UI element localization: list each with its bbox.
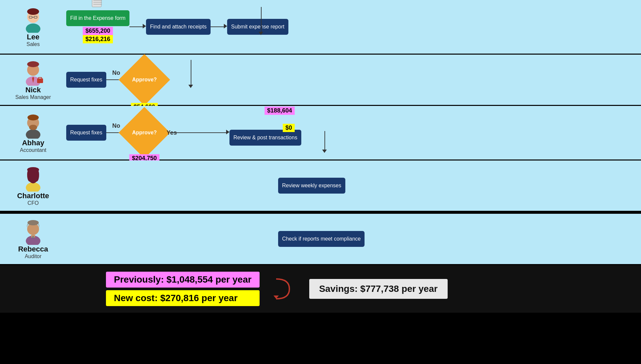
new-cost-label: New cost: $270,816 per year xyxy=(106,290,260,306)
summary-bar: Previously: $1,048,554 per year New cost… xyxy=(0,265,641,313)
review-weekly-box: Review weekly expenses xyxy=(278,178,345,194)
summary-costs: Previously: $1,048,554 per year New cost… xyxy=(106,272,260,306)
review-post-box: Review & post transactions xyxy=(229,130,301,146)
persona-nick: Nick Sales Manager xyxy=(7,59,60,100)
fill-expense-box: Fill in the Expense form xyxy=(66,10,129,26)
persona-abhay: Abhay Accountant xyxy=(7,112,60,153)
persona-lee: Lee Sales xyxy=(7,6,60,47)
lane-nick: Nick Sales Manager Request fixes No xyxy=(0,55,641,106)
svg-point-16 xyxy=(27,61,39,67)
review-post-cost-pink: $188,604 xyxy=(265,107,295,115)
v-line-nick-to-abhay xyxy=(191,60,191,86)
lane-rebecca: Rebecca Auditor Check if reports meet co… xyxy=(0,214,641,265)
avatar-rebecca xyxy=(20,218,46,245)
find-receipts-box: Find and attach receipts xyxy=(146,19,211,35)
request-fixes-abhay-box: Request fixes xyxy=(66,125,106,141)
avatar-nick xyxy=(20,59,46,86)
svg-rect-7 xyxy=(92,0,101,7)
lane-abhay: Abhay Accountant Request fixes No xyxy=(0,106,641,160)
no-label-abhay: No xyxy=(112,122,120,129)
yes-label-abhay: Yes xyxy=(167,129,177,136)
lane-lee: Lee Sales Fill in the Expense xyxy=(0,0,641,55)
submit-report-box: Submit expense report xyxy=(227,19,288,35)
no-label-nick: No xyxy=(112,69,120,76)
diamond-nick: Approve? $54,600 xyxy=(126,62,163,98)
persona-rebecca: Rebecca Auditor xyxy=(7,218,60,259)
savings-label: Savings: $777,738 per year xyxy=(309,279,448,299)
avatar-charlotte xyxy=(20,165,46,192)
doc-icon xyxy=(91,0,105,12)
savings-arrow xyxy=(273,276,293,302)
svg-point-22 xyxy=(29,125,37,130)
svg-point-3 xyxy=(27,8,39,15)
previously-label: Previously: $1,048,554 per year xyxy=(106,272,260,288)
review-post-cost-yellow: $0 xyxy=(283,124,295,132)
avatar-abhay xyxy=(20,112,46,139)
arrow-fill-to-receipts xyxy=(129,24,146,30)
arrow-down-to-nick xyxy=(259,32,263,35)
v-line-lee-to-nick xyxy=(261,7,262,33)
avatar-lee xyxy=(20,6,46,33)
fill-expense-cost-yellow: $216,216 xyxy=(83,35,113,43)
svg-point-31 xyxy=(27,220,39,225)
svg-point-23 xyxy=(27,114,39,120)
lane-charlotte: Charlotte CFO Review weekly expenses xyxy=(0,160,641,212)
v-line-abhay-charlotte xyxy=(324,131,325,151)
arrow-down-nick-abhay xyxy=(188,85,193,88)
svg-point-27 xyxy=(27,167,39,172)
request-fixes-nick-box: Request fixes xyxy=(66,72,106,88)
arrow-down-to-charlotte xyxy=(322,150,327,153)
check-compliance-box: Check if reports meet compliance xyxy=(278,231,365,247)
svg-point-33 xyxy=(32,236,34,238)
fill-expense-cost-pink: $655,200 xyxy=(83,27,113,35)
persona-charlotte: Charlotte CFO xyxy=(7,165,60,206)
arrow-receipts-to-submit xyxy=(211,24,227,30)
diamond-abhay: Approve? $204,750 $0 Yes xyxy=(126,114,163,151)
